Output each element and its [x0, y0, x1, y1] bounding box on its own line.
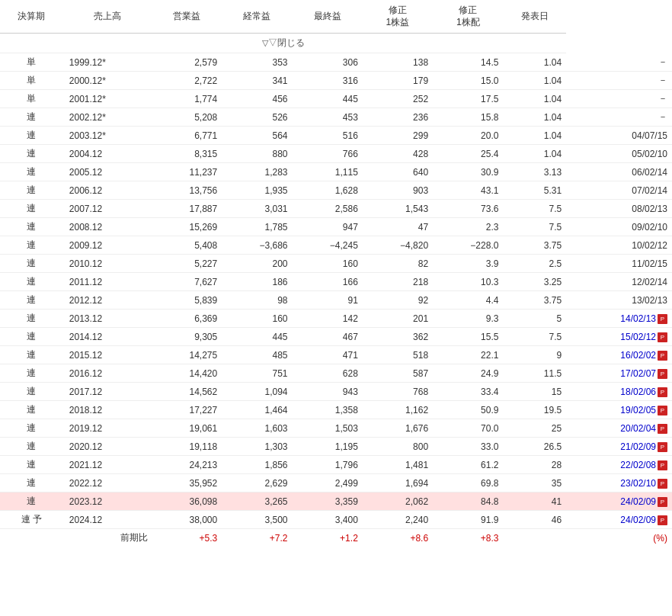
row-date[interactable]: 22/02/08P [566, 456, 672, 474]
table-row: 連2017.1214,5621,09494376833.41518/02/06P [0, 383, 672, 401]
row-date[interactable]: 19/02/05P [566, 401, 672, 419]
row-date[interactable]: 18/02/06P [566, 383, 672, 401]
row-ordinary: 316 [293, 72, 363, 90]
row-type: 連 [0, 474, 63, 492]
pdf-icon: P [658, 497, 667, 507]
date-link[interactable]: 19/02/05 [620, 405, 656, 415]
row-net: 138 [363, 53, 433, 72]
row-period: 2012.12 [63, 291, 152, 310]
row-eps: 15.0 [433, 72, 503, 90]
row-period: 2015.12 [63, 346, 152, 364]
row-operating: 1,283 [222, 163, 292, 181]
row-date[interactable]: 14/02/13P [566, 310, 672, 328]
date-link[interactable]: 24/02/09 [620, 496, 656, 507]
row-div: 1.04 [503, 108, 566, 127]
row-sales: 13,756 [152, 181, 222, 200]
prev-ordinary: +1.2 [293, 529, 363, 547]
row-operating: 1,303 [222, 438, 292, 456]
row-ordinary: 947 [293, 218, 363, 236]
row-net: 1,676 [363, 419, 433, 438]
row-date[interactable]: 21/02/09P [566, 438, 672, 456]
row-date[interactable]: 17/02/07P [566, 364, 672, 383]
row-eps: 24.9 [433, 364, 503, 383]
row-operating: 3,500 [222, 511, 292, 529]
row-date[interactable]: 15/02/12P [566, 328, 672, 346]
date-link[interactable]: 23/02/10 [620, 478, 656, 489]
date-link[interactable]: 24/02/09 [620, 515, 656, 525]
pdf-icon: P [658, 406, 667, 415]
row-period: 2011.12 [63, 273, 152, 291]
row-period: 2002.12* [63, 108, 152, 127]
date-link[interactable]: 17/02/07 [620, 368, 656, 379]
row-ordinary: 467 [293, 328, 363, 346]
row-sales: 1,774 [152, 90, 222, 108]
row-div: 3.75 [503, 291, 566, 310]
row-net: 640 [363, 163, 433, 181]
row-date: 04/07/15 [566, 127, 672, 145]
row-eps: 61.2 [433, 456, 503, 474]
row-date: 10/02/12 [566, 236, 672, 255]
row-net: 1,481 [363, 456, 433, 474]
row-date: 11/02/15 [566, 255, 672, 273]
row-period: 2004.12 [63, 145, 152, 163]
row-date: － [566, 108, 672, 127]
row-div: 2.5 [503, 255, 566, 273]
date-link[interactable]: 21/02/09 [620, 441, 656, 452]
row-sales: 5,227 [152, 255, 222, 273]
row-div: 1.04 [503, 127, 566, 145]
row-net: 1,162 [363, 401, 433, 419]
row-eps: 33.0 [433, 438, 503, 456]
close-label[interactable]: ▽閉じる [268, 37, 305, 48]
row-date[interactable]: 16/02/02P [566, 346, 672, 364]
row-type: 連 [0, 492, 63, 511]
row-type: 連 [0, 456, 63, 474]
date-link[interactable]: 15/02/12 [620, 332, 656, 342]
row-type: 単 [0, 53, 63, 72]
row-date[interactable]: 23/02/10P [566, 474, 672, 492]
row-ordinary: 943 [293, 383, 363, 401]
row-div: 7.5 [503, 200, 566, 218]
row-eps: 22.1 [433, 346, 503, 364]
prev-label: 前期比 [0, 529, 152, 547]
date-link[interactable]: 14/02/13 [620, 313, 656, 324]
row-sales: 7,627 [152, 273, 222, 291]
row-div: 1.04 [503, 90, 566, 108]
row-sales: 19,118 [152, 438, 222, 456]
row-div: 15 [503, 383, 566, 401]
row-date[interactable]: 24/02/09P [566, 511, 672, 529]
date-link[interactable]: 20/02/04 [620, 423, 656, 434]
row-period: 2014.12 [63, 328, 152, 346]
row-net: 768 [363, 383, 433, 401]
row-ordinary: −4,245 [293, 236, 363, 255]
row-period: 2008.12 [63, 218, 152, 236]
table-row: 連2008.1215,2691,785947472.37.509/02/10 [0, 218, 672, 236]
row-ordinary: 2,499 [293, 474, 363, 492]
row-div: 19.5 [503, 401, 566, 419]
row-period: 2005.12 [63, 163, 152, 181]
row-div: 9 [503, 346, 566, 364]
row-period: 2013.12 [63, 310, 152, 328]
date-link[interactable]: 18/02/06 [620, 387, 656, 397]
row-net: 47 [363, 218, 433, 236]
date-link[interactable]: 22/02/08 [620, 460, 656, 470]
row-date[interactable]: 24/02/09P [566, 492, 672, 511]
close-button[interactable]: ▽▽閉じる [0, 34, 566, 53]
row-eps: 15.8 [433, 108, 503, 127]
row-div: 1.04 [503, 72, 566, 90]
row-net: 201 [363, 310, 433, 328]
row-div: 5 [503, 310, 566, 328]
row-date[interactable]: 20/02/04P [566, 419, 672, 438]
row-sales: 17,227 [152, 401, 222, 419]
prev-unit-pct: (%) [566, 529, 672, 547]
row-date: － [566, 90, 672, 108]
table-row: 連2020.1219,1181,3031,19580033.026.521/02… [0, 438, 672, 456]
row-ordinary: 166 [293, 273, 363, 291]
table-row: 単2000.12*2,72234131617915.01.04－ [0, 72, 672, 90]
date-link[interactable]: 16/02/02 [620, 350, 656, 361]
row-type: 連 [0, 419, 63, 438]
row-net: 428 [363, 145, 433, 163]
row-operating: 1,464 [222, 401, 292, 419]
row-eps: 20.0 [433, 127, 503, 145]
table-row: 連2014.129,30544546736215.57.515/02/12P [0, 328, 672, 346]
row-div: 26.5 [503, 438, 566, 456]
